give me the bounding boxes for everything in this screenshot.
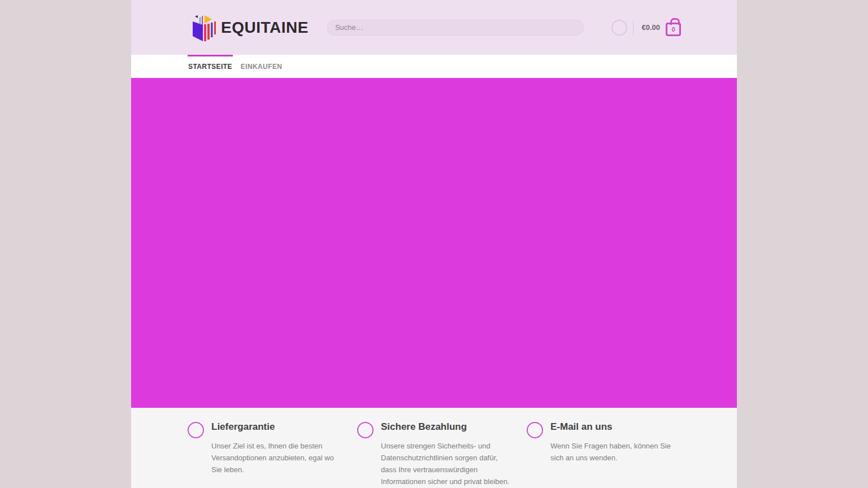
- header-divider: [633, 20, 633, 35]
- header-right: €0.00 0: [611, 19, 681, 36]
- primary-nav: STARTSEITE EINKAUFEN: [131, 55, 737, 78]
- feature-title: Sichere Bezahlung: [381, 421, 512, 433]
- feature-liefergarantie: Liefergarantie Unser Ziel ist es, Ihnen …: [188, 421, 357, 487]
- feature-sichere-bezahlung: Sichere Bezahlung Unsere strengen Sicher…: [357, 421, 527, 487]
- search-form: [327, 20, 584, 36]
- nav-item-einkaufen[interactable]: EINKAUFEN: [240, 55, 283, 78]
- cart-count-badge: 0: [671, 26, 675, 33]
- search-input[interactable]: [327, 20, 584, 36]
- email-circle-icon: [527, 422, 543, 438]
- site-header: EQUITAINE €0.00 0: [131, 0, 737, 55]
- feature-text: Unsere strengen Sicherheits- und Datensc…: [381, 440, 512, 487]
- feature-title: Liefergarantie: [211, 421, 342, 433]
- cart-total: €0.00: [641, 23, 660, 32]
- delivery-circle-icon: [188, 422, 204, 438]
- feature-title: E-Mail an uns: [550, 421, 682, 433]
- nav-item-startseite[interactable]: STARTSEITE: [188, 55, 233, 78]
- account-icon[interactable]: [611, 20, 627, 36]
- secure-payment-circle-icon: [357, 422, 374, 438]
- cart-bag-icon: 0: [666, 23, 681, 36]
- brand-logo-icon: [191, 13, 217, 42]
- cart-link[interactable]: €0.00 0: [641, 19, 681, 36]
- page: EQUITAINE €0.00 0 STARTSEITE EINKAUFEN: [131, 0, 737, 488]
- brand-logo-text: EQUITAINE: [221, 19, 309, 37]
- feature-text: Unser Ziel ist es, Ihnen die besten Vers…: [211, 440, 342, 476]
- brand-logo[interactable]: EQUITAINE: [191, 13, 309, 42]
- feature-text: Wenn Sie Fragen haben, können Sie sich a…: [550, 440, 682, 464]
- features-section: Liefergarantie Unser Ziel ist es, Ihnen …: [131, 408, 737, 488]
- feature-email-an-uns: E-Mail an uns Wenn Sie Fragen haben, kön…: [527, 421, 696, 487]
- hero-banner: [131, 78, 737, 408]
